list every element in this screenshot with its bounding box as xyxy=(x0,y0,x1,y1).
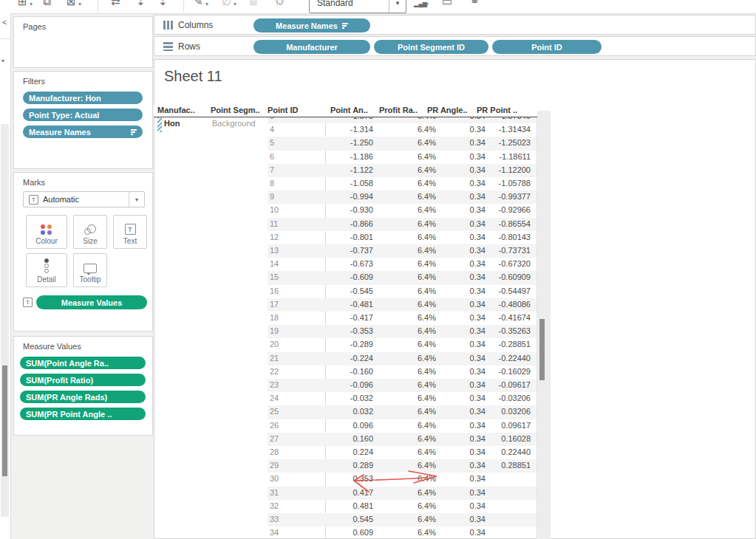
cell-point-id[interactable]: 25 xyxy=(270,407,307,416)
cell-pr-angle[interactable]: 0.34 xyxy=(436,515,486,523)
table-row[interactable]: 17-0.4816.4%0.34-0.48086 xyxy=(157,298,537,312)
cell-point-id[interactable]: 4 xyxy=(270,125,307,134)
cell-point-angle[interactable]: -0.160 xyxy=(318,367,373,376)
cell-point-angle[interactable]: 0.032 xyxy=(318,407,373,416)
sort-ascending-icon[interactable]: ⇣ xyxy=(136,0,146,8)
cell-profit-ratio[interactable]: 6.4% xyxy=(384,125,436,134)
cell-profit-ratio[interactable]: 6.4% xyxy=(384,205,436,214)
table-row[interactable]: 16-0.5456.4%0.34-0.54497 xyxy=(157,285,537,298)
filter-pill[interactable]: Point Type: Actual xyxy=(23,109,143,121)
table-row[interactable]: 15-0.6096.4%0.34-0.60909 xyxy=(157,271,537,284)
cell-point-id[interactable]: 24 xyxy=(270,394,307,402)
cell-pr-point[interactable]: -0.35263 xyxy=(473,326,531,335)
table-row[interactable]: 13-0.7376.4%0.34-0.73731 xyxy=(157,244,537,258)
cell-pr-point[interactable]: 0.22440 xyxy=(473,447,531,456)
shelf-pill-measure-names[interactable]: Measure Names xyxy=(253,18,370,32)
cell-pr-point[interactable]: -0.54497 xyxy=(473,286,531,295)
chevron-down-icon[interactable]: ▾ xyxy=(426,1,429,7)
cell-point-id[interactable]: 7 xyxy=(270,165,307,174)
chevron-down-icon[interactable]: ▾ xyxy=(78,1,81,7)
cell-profit-ratio[interactable]: 6.4% xyxy=(384,233,436,241)
cell-pr-point[interactable]: -0.86554 xyxy=(473,219,531,228)
table-row[interactable]: 22-0.1606.4%0.34-0.16029 xyxy=(157,365,537,379)
cell-point-angle[interactable]: 0.289 xyxy=(318,461,373,470)
table-row[interactable]: 290.2896.4%0.340.28851 xyxy=(157,459,537,473)
cell-pr-point[interactable]: -0.60909 xyxy=(473,272,531,281)
cell-point-angle[interactable]: -0.481 xyxy=(318,300,373,309)
cell-pr-point[interactable]: -0.28851 xyxy=(473,340,531,349)
cell-point-angle[interactable]: -0.930 xyxy=(318,205,373,214)
cell-profit-ratio[interactable]: 6.4% xyxy=(384,300,436,309)
table-row[interactable]: 18-0.4176.4%0.34-0.41674 xyxy=(157,312,537,325)
cell-pr-angle[interactable]: 0.34 xyxy=(436,528,486,537)
cell-pr-point[interactable]: 0.16028 xyxy=(473,434,531,443)
clear-sheet-icon[interactable]: ⊠ xyxy=(67,0,76,8)
cell-profit-ratio[interactable]: 6.4% xyxy=(384,286,436,295)
cell-point-id[interactable]: 6 xyxy=(270,152,307,161)
cell-pr-point[interactable]: -0.92966 xyxy=(473,205,531,214)
chevron-down-icon[interactable]: ▾ xyxy=(129,192,144,207)
tooltip-button[interactable]: Tooltip xyxy=(73,253,107,287)
cell-pr-point[interactable]: -0.22440 xyxy=(473,354,531,363)
column-header[interactable]: Point ID xyxy=(268,106,299,114)
table-row[interactable]: 330.5456.4%0.34 xyxy=(157,513,537,526)
cell-pr-point[interactable]: -0.48086 xyxy=(473,300,531,309)
presentation-mode-icon[interactable]: ▭ xyxy=(442,0,452,8)
cell-profit-ratio[interactable]: 6.4% xyxy=(384,461,436,470)
cell-point-id[interactable]: 14 xyxy=(270,259,307,268)
mark-type-dropdown[interactable]: T Automatic ▾ xyxy=(23,191,145,207)
measure-pill[interactable]: SUM(Profit Ratio) xyxy=(20,374,146,386)
cell-point-id[interactable]: 28 xyxy=(270,447,307,456)
collapse-pane-icon[interactable]: < xyxy=(2,18,7,27)
detail-button[interactable]: Detail xyxy=(26,253,67,287)
cell-point-angle[interactable]: -0.737 xyxy=(318,246,373,255)
cell-profit-ratio[interactable]: 6.4% xyxy=(384,340,436,349)
cell-point-id[interactable]: 12 xyxy=(270,233,307,241)
cell-point-angle[interactable]: -0.417 xyxy=(318,313,373,322)
cell-point-id[interactable]: 22 xyxy=(270,367,307,376)
fit-dropdown[interactable]: Standard ▾ xyxy=(309,0,406,13)
cell-point-id[interactable]: 19 xyxy=(270,326,307,335)
cell-point-id[interactable]: 33 xyxy=(270,515,307,523)
cell-point-id[interactable]: 9 xyxy=(270,192,307,201)
table-row[interactable]: 20-0.2896.4%0.34-0.28851 xyxy=(157,338,537,351)
cell-point-angle[interactable]: 0.224 xyxy=(318,447,373,456)
cell-point-angle[interactable]: -0.673 xyxy=(318,259,373,268)
cell-point-angle[interactable]: -1.058 xyxy=(318,179,373,188)
cell-point-angle[interactable]: -0.994 xyxy=(318,192,373,201)
cell-point-id[interactable]: 30 xyxy=(270,474,307,483)
cell-point-angle[interactable]: -1.314 xyxy=(318,125,373,134)
cell-pr-point[interactable]: 0.28851 xyxy=(473,461,531,470)
cell-pr-angle[interactable]: 0.34 xyxy=(436,488,486,497)
cell-point-id[interactable]: 8 xyxy=(270,179,307,188)
cell-profit-ratio[interactable]: 6.4% xyxy=(384,501,436,510)
column-header[interactable]: Manufac.. xyxy=(157,106,195,114)
cell-pr-point[interactable]: -1.12200 xyxy=(473,165,531,174)
table-scrollbar-thumb[interactable] xyxy=(539,319,545,380)
cell-pr-point[interactable]: -1.05788 xyxy=(473,179,531,188)
cell-point-angle[interactable]: 0.609 xyxy=(318,528,373,537)
cell-point-angle[interactable]: -0.866 xyxy=(318,219,373,228)
cell-pr-point[interactable]: -1.18611 xyxy=(473,152,531,161)
rail-scrollbar-thumb[interactable] xyxy=(2,365,7,476)
sort-descending-icon[interactable]: ⇣ xyxy=(158,0,168,8)
cell-point-id[interactable]: 27 xyxy=(270,434,307,443)
cell-point-angle[interactable]: -0.609 xyxy=(318,272,373,281)
cell-pr-point[interactable]: -0.16029 xyxy=(473,367,531,376)
cell-point-angle[interactable]: -0.801 xyxy=(318,233,373,241)
cell-point-id[interactable]: 5 xyxy=(270,138,307,147)
cell-point-id[interactable]: 34 xyxy=(270,528,307,537)
cell-profit-ratio[interactable]: 6.4% xyxy=(384,138,436,147)
cell-pr-point[interactable]: -1.25023 xyxy=(473,138,531,147)
cell-pr-point[interactable]: -0.80143 xyxy=(473,233,531,241)
table-row[interactable]: 23-0.0966.4%0.34-0.09617 xyxy=(157,379,537,392)
table-row[interactable]: 270.1606.4%0.340.16028 xyxy=(157,433,537,446)
table-row[interactable]: 340.6096.4%0.34 xyxy=(157,526,537,539)
cell-point-id[interactable]: 10 xyxy=(270,205,307,214)
table-row[interactable]: 24-0.0326.4%0.34-0.03206 xyxy=(157,392,537,405)
filter-pill[interactable]: Manufacturer: Hon xyxy=(23,92,143,104)
table-row[interactable]: 8-1.0586.4%0.34-1.05788 xyxy=(157,177,537,190)
cell-pr-point[interactable]: -0.67320 xyxy=(473,259,531,268)
cell-point-id[interactable]: 31 xyxy=(270,488,307,497)
cell-pr-angle[interactable]: 0.34 xyxy=(436,501,486,510)
